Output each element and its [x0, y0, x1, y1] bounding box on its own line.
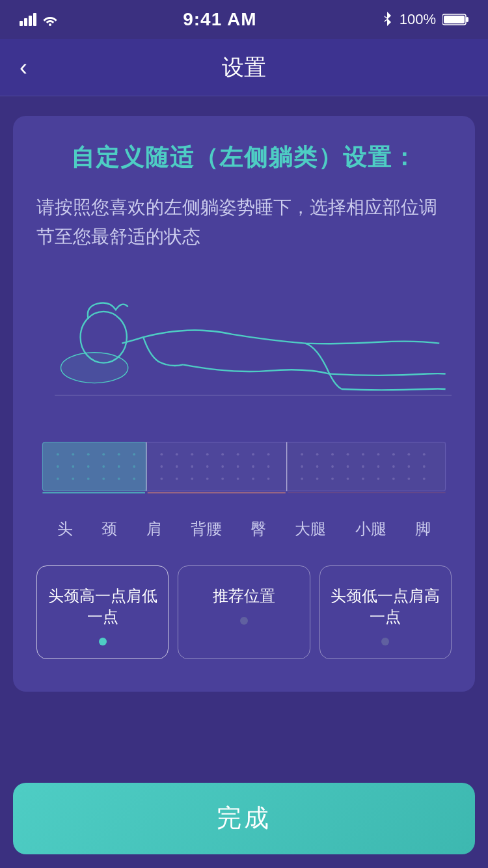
svg-point-22: [87, 477, 90, 480]
svg-point-50: [267, 477, 270, 480]
main-content: 自定义随适（左侧躺类）设置： 请按照您喜欢的左侧躺姿势睡下，选择相应部位调节至您…: [0, 96, 488, 731]
svg-point-38: [206, 465, 209, 468]
svg-point-70: [301, 477, 303, 480]
svg-point-41: [252, 465, 254, 468]
svg-point-64: [347, 465, 349, 468]
svg-point-67: [392, 465, 395, 468]
svg-point-23: [102, 477, 105, 480]
svg-point-16: [87, 465, 90, 468]
svg-point-10: [87, 453, 90, 455]
selection-row: 头颈高一点肩低一点 推荐位置 头颈低一点肩高一点: [36, 565, 452, 659]
selection-btn-lower[interactable]: 头颈低一点肩高一点: [319, 565, 452, 659]
svg-point-25: [133, 477, 135, 480]
body-label-back: 背腰: [191, 519, 222, 539]
svg-point-66: [377, 465, 380, 468]
status-right: 100%: [381, 11, 468, 28]
svg-point-77: [407, 477, 410, 480]
body-labels: 头 颈 肩 背腰 臀 大腿 小腿 脚: [36, 519, 452, 539]
svg-point-61: [301, 465, 303, 468]
signal-icon: [20, 13, 36, 26]
svg-point-72: [331, 477, 334, 480]
svg-point-60: [423, 453, 426, 455]
svg-point-63: [331, 465, 334, 468]
card-title: 自定义随适（左侧躺类）设置：: [36, 142, 452, 174]
svg-point-48: [237, 477, 239, 480]
svg-point-4: [61, 352, 128, 383]
svg-point-62: [316, 465, 319, 468]
nav-title: 设置: [222, 53, 266, 83]
complete-button[interactable]: 完成: [13, 783, 475, 854]
svg-point-75: [377, 477, 380, 480]
svg-point-68: [407, 465, 410, 468]
svg-point-44: [176, 477, 178, 480]
svg-point-57: [377, 453, 380, 455]
svg-rect-26: [146, 442, 287, 491]
svg-point-59: [407, 453, 410, 455]
svg-point-15: [72, 465, 74, 468]
svg-point-71: [316, 477, 319, 480]
svg-point-30: [206, 453, 209, 455]
svg-point-11: [102, 453, 105, 455]
back-button[interactable]: ‹: [20, 54, 27, 81]
svg-point-46: [206, 477, 209, 480]
svg-point-54: [331, 453, 334, 455]
svg-point-28: [176, 453, 178, 455]
svg-point-31: [221, 453, 224, 455]
svg-point-73: [347, 477, 349, 480]
svg-point-19: [133, 465, 135, 468]
svg-point-32: [237, 453, 239, 455]
svg-point-76: [392, 477, 395, 480]
status-time: 9:41 AM: [183, 9, 256, 30]
dot-active-0: [99, 638, 107, 645]
battery-icon: [442, 13, 468, 26]
body-label-shoulder: 肩: [146, 519, 162, 539]
svg-point-40: [237, 465, 239, 468]
svg-point-52: [301, 453, 303, 455]
svg-point-45: [191, 477, 193, 480]
card-description: 请按照您喜欢的左侧躺姿势睡下，选择相应部位调节至您最舒适的状态: [36, 193, 452, 252]
svg-rect-2: [444, 16, 465, 23]
svg-point-20: [57, 477, 59, 480]
svg-point-9: [72, 453, 74, 455]
body-label-foot: 脚: [415, 519, 431, 539]
svg-point-18: [118, 465, 120, 468]
dot-inactive-2: [381, 638, 389, 645]
nav-bar: ‹ 设置: [0, 39, 488, 96]
bluetooth-icon: [381, 12, 393, 27]
body-label-neck: 颈: [102, 519, 117, 539]
svg-point-58: [392, 453, 395, 455]
svg-rect-51: [287, 442, 446, 491]
svg-point-36: [176, 465, 178, 468]
status-bar: 9:41 AM 100%: [0, 0, 488, 39]
svg-point-37: [191, 465, 193, 468]
svg-point-74: [362, 477, 364, 480]
selection-btn-higher[interactable]: 头颈高一点肩低一点: [36, 565, 169, 659]
body-label-calf: 小腿: [355, 519, 386, 539]
mattress-visualization: [36, 427, 452, 506]
svg-point-29: [191, 453, 193, 455]
svg-point-49: [252, 477, 254, 480]
svg-point-42: [267, 465, 270, 468]
svg-point-12: [118, 453, 120, 455]
svg-point-69: [423, 465, 426, 468]
svg-point-47: [221, 477, 224, 480]
wifi-icon: [42, 13, 59, 26]
svg-point-14: [57, 465, 59, 468]
selection-btn-recommended[interactable]: 推荐位置: [178, 565, 310, 659]
svg-point-78: [423, 477, 426, 480]
svg-point-65: [362, 465, 364, 468]
svg-rect-1: [466, 17, 468, 22]
battery-text: 100%: [400, 11, 436, 28]
body-label-head: 头: [57, 519, 73, 539]
svg-point-17: [102, 465, 105, 468]
svg-point-35: [160, 465, 163, 468]
svg-point-39: [221, 465, 224, 468]
dot-inactive-1: [240, 617, 248, 625]
body-label-hip: 臀: [251, 519, 266, 539]
svg-point-33: [252, 453, 254, 455]
svg-point-24: [118, 477, 120, 480]
svg-point-27: [160, 453, 163, 455]
svg-point-13: [133, 453, 135, 455]
svg-point-53: [316, 453, 319, 455]
settings-card: 自定义随适（左侧躺类）设置： 请按照您喜欢的左侧躺姿势睡下，选择相应部位调节至您…: [13, 116, 475, 692]
